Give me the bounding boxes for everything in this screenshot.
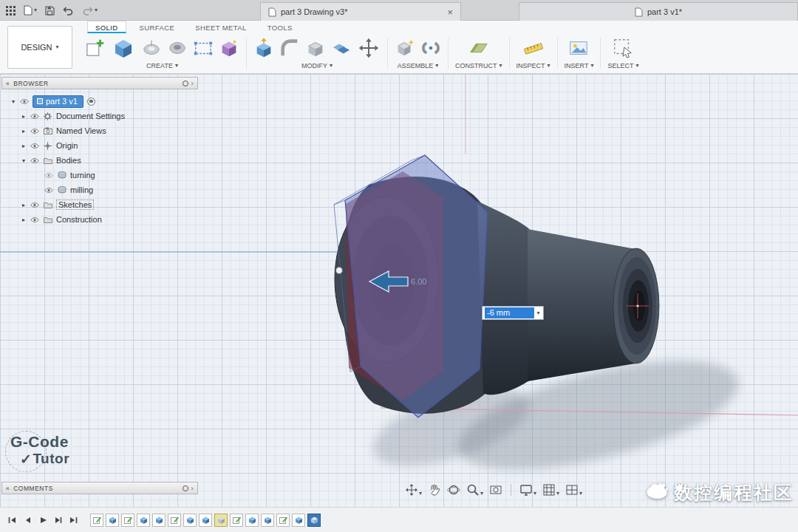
timeline-sketch-feature-icon[interactable] xyxy=(230,514,243,527)
construct-menu[interactable]: CONSTRUCT▾ xyxy=(455,61,502,72)
fillet-icon[interactable] xyxy=(279,38,300,58)
dimension-dropdown-icon[interactable]: ▾ xyxy=(534,310,542,316)
step-back-icon[interactable] xyxy=(23,516,32,525)
visibility-eye-icon[interactable] xyxy=(20,98,29,105)
construction-plane-icon[interactable] xyxy=(468,38,489,58)
select-icon[interactable] xyxy=(613,38,633,58)
browser-item-sketches[interactable]: ▸ Sketches xyxy=(1,197,198,212)
timeline-extrude-feature-icon[interactable] xyxy=(183,514,197,527)
visibility-eye-icon[interactable] xyxy=(44,187,53,194)
assemble-menu[interactable]: ASSEMBLE▾ xyxy=(398,61,439,72)
coil-icon[interactable] xyxy=(219,38,239,58)
comments-header[interactable]: « COMMENTS › xyxy=(1,482,198,494)
expand-icon[interactable]: ▸ xyxy=(21,143,27,149)
browser-item-milling[interactable]: milling xyxy=(1,183,198,197)
undo-icon[interactable] xyxy=(63,6,74,16)
press-pull-icon[interactable] xyxy=(253,38,274,58)
expand-icon[interactable]: ▸ xyxy=(21,113,27,120)
panel-options-icon[interactable] xyxy=(183,81,188,86)
timeline-extrude-feature-icon[interactable] xyxy=(152,514,166,527)
collapse-panel-icon[interactable]: « xyxy=(6,485,10,492)
browser-item-document-settings[interactable]: ▸ Document Settings xyxy=(1,109,198,123)
create-sketch-icon[interactable] xyxy=(85,38,106,58)
create-menu[interactable]: CREATE▾ xyxy=(146,61,178,72)
timeline-extrude-feature-icon[interactable] xyxy=(106,514,119,527)
display-settings-icon[interactable]: ▾ xyxy=(519,483,536,497)
sketch-rectangle-icon[interactable] xyxy=(193,38,214,58)
timeline-extrude-feature-icon[interactable] xyxy=(292,514,305,527)
chevron-right-icon[interactable]: › xyxy=(191,80,194,87)
insert-menu[interactable]: INSERT▾ xyxy=(565,61,594,72)
joint-icon[interactable] xyxy=(420,38,441,58)
browser-item-construction[interactable]: ▸ Construction xyxy=(1,212,198,227)
tab-tools[interactable]: TOOLS xyxy=(260,21,300,33)
revolve-icon[interactable] xyxy=(141,38,162,58)
dimension-value[interactable]: -6 mm xyxy=(485,307,534,318)
browser-item-bodies[interactable]: ▾ Bodies xyxy=(1,153,198,168)
timeline-sketch-feature-icon[interactable] xyxy=(168,514,181,527)
visibility-eye-icon[interactable] xyxy=(30,157,39,164)
expand-icon[interactable]: ▾ xyxy=(10,98,16,105)
visibility-eye-icon[interactable] xyxy=(30,202,39,208)
expand-icon[interactable]: ▾ xyxy=(21,157,27,164)
timeline-sketch-feature-icon[interactable] xyxy=(121,514,134,527)
modify-menu[interactable]: MODIFY▾ xyxy=(301,61,332,72)
workspace-switcher[interactable]: DESIGN ▾ xyxy=(7,26,72,69)
shell-icon[interactable] xyxy=(305,38,326,58)
panel-options-icon[interactable] xyxy=(183,485,188,491)
visibility-eye-icon[interactable] xyxy=(30,216,39,223)
step-forward-icon[interactable] xyxy=(54,516,63,525)
visibility-eye-icon[interactable] xyxy=(30,143,39,149)
timeline-extrude-feature-icon[interactable] xyxy=(199,514,212,527)
hand-pan-icon[interactable] xyxy=(428,483,441,497)
active-component-pill[interactable]: part 3 v1 xyxy=(33,95,83,108)
visibility-eye-icon[interactable] xyxy=(44,172,53,179)
chevron-right-icon[interactable]: › xyxy=(191,485,194,492)
timeline-extrude-feature-icon[interactable] xyxy=(261,514,274,527)
viewports-icon[interactable]: ▾ xyxy=(565,483,582,497)
app-grid-icon[interactable] xyxy=(6,6,16,16)
timeline-sketch-feature-icon[interactable] xyxy=(90,514,103,527)
orbit-icon[interactable] xyxy=(447,483,460,497)
file-menu-icon[interactable]: ▾ xyxy=(24,5,37,16)
browser-item-origin[interactable]: ▸ Origin xyxy=(1,138,198,153)
fit-view-icon[interactable] xyxy=(489,483,502,497)
dimension-input[interactable]: -6 mm ▾ xyxy=(482,306,544,320)
browser-root-row[interactable]: ▾ part 3 v1 xyxy=(1,94,198,109)
document-tab-drawing[interactable]: part 3 Drawing v3* × xyxy=(260,2,461,21)
zoom-icon[interactable]: ▾ xyxy=(466,483,483,497)
timeline-sketch-feature-icon[interactable] xyxy=(276,514,290,527)
activate-component-icon[interactable] xyxy=(87,98,95,106)
browser-item-turning[interactable]: turning xyxy=(1,168,198,183)
move-icon[interactable] xyxy=(357,36,381,60)
browser-item-named-views[interactable]: ▸ Named Views xyxy=(1,123,198,138)
measure-icon[interactable] xyxy=(523,38,544,58)
redo-icon[interactable]: ▾ xyxy=(82,6,98,16)
extrude-icon[interactable] xyxy=(111,35,136,61)
close-tab-icon[interactable]: × xyxy=(447,7,453,18)
document-tab-part[interactable]: part 3 v1* xyxy=(519,2,798,21)
insert-image-icon[interactable] xyxy=(568,38,589,58)
expand-icon[interactable]: ▸ xyxy=(21,216,27,223)
timeline-extrude-feature-icon[interactable] xyxy=(137,514,150,527)
tab-surface[interactable]: SURFACE xyxy=(132,21,183,33)
select-menu[interactable]: SELECT▾ xyxy=(607,61,638,72)
hole-icon[interactable] xyxy=(167,38,188,58)
combine-icon[interactable] xyxy=(331,38,352,58)
timeline-highlighted-feature-icon[interactable] xyxy=(214,514,228,527)
skip-to-start-icon[interactable] xyxy=(7,516,16,525)
visibility-eye-icon[interactable] xyxy=(30,128,39,134)
skip-to-end-icon[interactable] xyxy=(69,516,78,525)
layout-grid-icon[interactable]: ▾ xyxy=(542,483,559,497)
timeline-extrude-feature-icon[interactable] xyxy=(245,514,259,527)
tab-solid[interactable]: SOLID xyxy=(87,21,126,33)
expand-icon[interactable]: ▸ xyxy=(21,128,27,134)
play-icon[interactable] xyxy=(38,516,47,525)
inspect-menu[interactable]: INSPECT▾ xyxy=(516,61,550,72)
timeline-selected-feature-icon[interactable] xyxy=(307,514,321,527)
tab-sheet-metal[interactable]: SHEET METAL xyxy=(188,21,254,33)
collapse-panel-icon[interactable]: « xyxy=(6,80,10,87)
browser-header[interactable]: « BROWSER › xyxy=(1,77,198,89)
save-icon[interactable] xyxy=(45,6,55,16)
expand-icon[interactable]: ▸ xyxy=(21,202,27,208)
